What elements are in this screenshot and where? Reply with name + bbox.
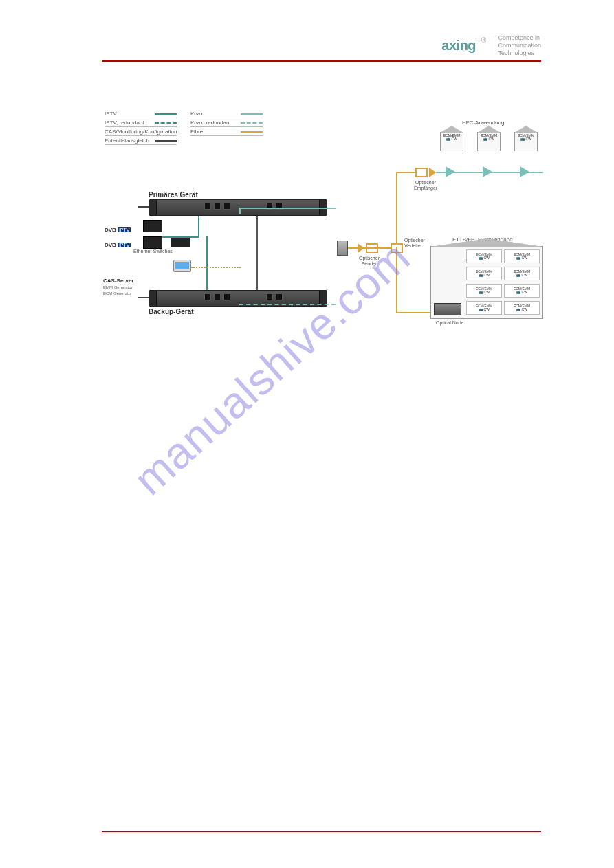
swatch-koax-redundant — [241, 122, 263, 124]
apartment-8: ECM/EMM📺 CW — [504, 301, 540, 315]
line-pe-2 — [138, 297, 149, 298]
amplifier-2 — [483, 166, 492, 177]
config-laptop — [173, 260, 191, 272]
apartment-5: ECM/EMM📺 CW — [466, 284, 502, 298]
dvb-source-1 — [143, 220, 162, 232]
amplifier-1 — [446, 166, 455, 177]
swatch-pe — [155, 140, 177, 142]
ethernet-switches-label: Ethernet-Switches — [133, 249, 173, 254]
legend-iptv: IPTV — [105, 110, 177, 118]
swatch-iptv-redundant — [155, 122, 177, 124]
legend-koax: Koax — [190, 110, 263, 118]
tagline-line-2: Communication — [498, 42, 541, 49]
page-header: axing ® Competence in Communication Tech… — [102, 34, 541, 62]
backup-device-label: Backup-Gerät — [149, 308, 194, 315]
cas-server-label: CAS-Server EMM Generator ECM Generator — [103, 278, 133, 296]
legend-col-2: Koax Koax, redundant Fibre — [190, 110, 263, 145]
fttb-building: ECM/EMM📺 CW ECM/EMM📺 CW ECM/EMM📺 CW ECM/… — [430, 246, 543, 319]
amplifier-3 — [520, 166, 529, 177]
line-koax-redundant — [239, 304, 336, 305]
legend-iptv-redundant: IPTV, redundant — [105, 119, 177, 127]
line-interlink-arrow — [256, 216, 258, 290]
dvb-iptv-label-1: DVBIPTV — [105, 227, 131, 233]
line-iptv-h — [162, 236, 199, 238]
line-iptv-2 — [206, 236, 208, 290]
hfc-house-2: ECM/EMM📺 CW — [477, 132, 501, 151]
apartment-grid: ECM/EMM📺 CW ECM/EMM📺 CW ECM/EMM📺 CW ECM/… — [466, 249, 540, 316]
legend-fibre: Fibre — [190, 128, 263, 136]
optical-node-label: Optical Node — [436, 320, 463, 325]
legend-pe: Potentialausgleich — [105, 137, 177, 145]
apartment-6: ECM/EMM📺 CW — [504, 284, 540, 298]
line-cas — [191, 267, 241, 268]
apartment-4: ECM/EMM📺 CW — [504, 267, 540, 280]
swatch-fibre — [241, 131, 263, 133]
grounding-block — [337, 241, 348, 256]
swatch-koax — [241, 113, 263, 115]
brand-registered: ® — [481, 36, 486, 44]
optical-receiver — [415, 168, 428, 177]
apartment-7: ECM/EMM📺 CW — [466, 301, 502, 315]
hfc-house-1: ECM/EMM📺 CW — [440, 132, 463, 151]
optical-receiver-tri — [429, 168, 436, 177]
optical-sender-label: Optischer Sender — [355, 256, 384, 266]
legend-cas: CAS/Monitoring/Konfiguration — [105, 128, 177, 136]
swatch-iptv — [155, 113, 177, 115]
legend-koax-redundant: Koax, redundant — [190, 119, 263, 127]
legend-col-1: IPTV IPTV, redundant CAS/Monitoring/Konf… — [105, 110, 177, 145]
tagline-line-1: Competence in — [498, 34, 540, 41]
ethernet-switch — [171, 238, 190, 247]
legend: IPTV IPTV, redundant CAS/Monitoring/Konf… — [105, 110, 263, 145]
logo-divider — [492, 36, 492, 55]
brand-tagline: Competence in Communication Technologies — [498, 34, 541, 56]
apartment-1: ECM/EMM📺 CW — [466, 249, 502, 263]
line-fibre-1 — [348, 247, 391, 249]
apartment-3: ECM/EMM📺 CW — [466, 267, 502, 280]
dvb-iptv-label-2: DVBIPTV — [105, 242, 131, 248]
line-fibre-up — [396, 172, 397, 243]
line-fibre-down — [396, 247, 397, 313]
brand-logo: axing ® Competence in Communication Tech… — [441, 34, 541, 56]
hfc-house-3: ECM/EMM📺 CW — [514, 132, 538, 151]
dvb-source-2 — [143, 236, 162, 249]
line-koax — [239, 208, 336, 209]
line-iptv — [198, 216, 199, 236]
network-diagram: IPTV IPTV, redundant CAS/Monitoring/Konf… — [102, 103, 541, 337]
line-pe-1 — [138, 206, 149, 208]
hfc-title: HFC-Anwendung — [462, 120, 504, 126]
apartment-2: ECM/EMM📺 CW — [504, 249, 540, 263]
optical-receiver-label: Optischer Empfänger — [410, 180, 441, 190]
primary-device-label: Primäres Gerät — [149, 191, 198, 199]
footer-divider — [102, 831, 541, 832]
optical-node — [434, 303, 461, 315]
tagline-line-3: Technologies — [498, 49, 534, 56]
brand-name: axing — [441, 38, 476, 54]
